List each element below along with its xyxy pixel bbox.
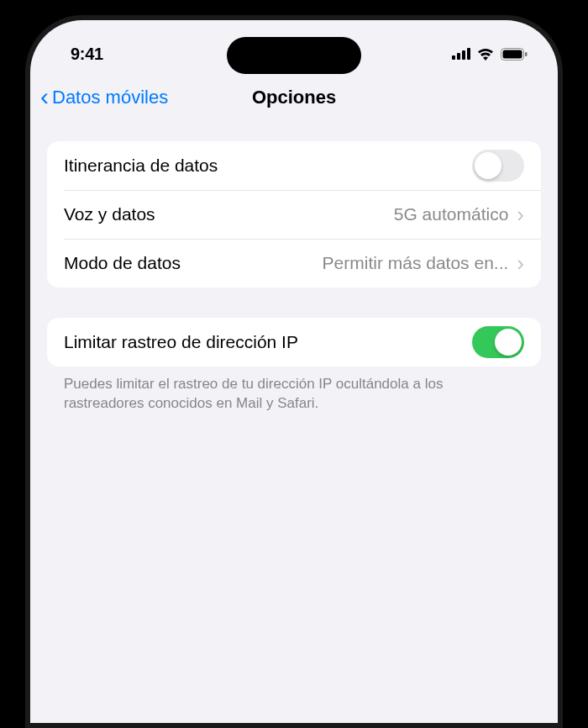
row-value: 5G automático xyxy=(386,204,509,224)
chevron-left-icon: ‹ xyxy=(40,84,49,109)
row-data-mode[interactable]: Modo de datos Permitir más datos en... › xyxy=(47,239,541,288)
wifi-icon xyxy=(476,47,495,61)
navigation-bar: ‹ Datos móviles Opciones xyxy=(30,74,558,121)
phone-frame: 9:41 ‹ Datos móviles xyxy=(0,0,588,728)
chevron-right-icon: › xyxy=(517,203,524,225)
svg-rect-1 xyxy=(457,53,460,60)
back-button[interactable]: ‹ Datos móviles xyxy=(40,87,168,109)
svg-rect-0 xyxy=(452,55,455,60)
chevron-right-icon: › xyxy=(517,252,524,274)
row-limit-ip-tracking[interactable]: Limitar rastreo de dirección IP xyxy=(47,318,541,367)
row-label: Modo de datos xyxy=(64,253,181,273)
phone-body: 9:41 ‹ Datos móviles xyxy=(25,15,563,728)
row-label: Itinerancia de datos xyxy=(64,156,218,176)
row-label: Limitar rastreo de dirección IP xyxy=(64,332,298,352)
settings-group-privacy: Limitar rastreo de dirección IP xyxy=(47,318,541,367)
limit-ip-tracking-toggle[interactable] xyxy=(472,326,524,358)
svg-rect-3 xyxy=(467,48,470,60)
group-footer-text: Puedes limitar el rastreo de tu direcció… xyxy=(47,375,541,414)
settings-group-cellular: Itinerancia de datos Voz y datos 5G auto… xyxy=(47,141,541,288)
page-title: Opciones xyxy=(252,87,336,108)
row-value: Permitir más datos en... xyxy=(314,253,509,273)
toggle-knob xyxy=(495,329,522,356)
row-label: Voz y datos xyxy=(64,204,155,224)
svg-rect-5 xyxy=(503,50,522,58)
status-indicators xyxy=(452,47,528,61)
row-voice-and-data[interactable]: Voz y datos 5G automático › xyxy=(47,190,541,239)
phone-screen: 9:41 ‹ Datos móviles xyxy=(30,20,558,723)
svg-rect-6 xyxy=(525,52,528,56)
toggle-knob xyxy=(475,152,501,179)
dynamic-island xyxy=(227,37,361,74)
svg-rect-2 xyxy=(462,50,465,60)
status-time: 9:41 xyxy=(71,45,103,64)
battery-icon xyxy=(501,48,528,61)
data-roaming-toggle[interactable] xyxy=(472,150,524,182)
back-label: Datos móviles xyxy=(52,87,168,108)
content: Itinerancia de datos Voz y datos 5G auto… xyxy=(30,121,558,414)
cellular-signal-icon xyxy=(452,48,470,60)
row-data-roaming[interactable]: Itinerancia de datos xyxy=(47,141,541,190)
